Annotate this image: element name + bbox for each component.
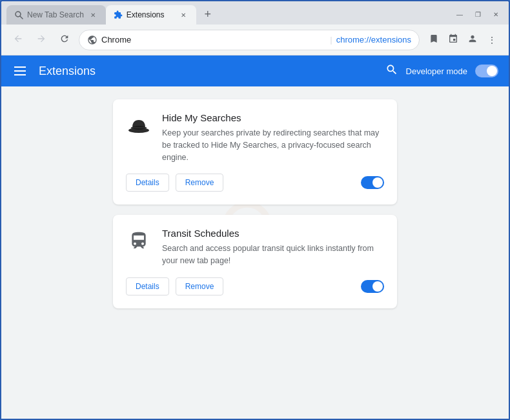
tab-2-title: Extensions [127,10,174,19]
bookmark-button[interactable] [425,31,443,49]
ext-name-1: Hide My Searches [162,112,384,123]
new-tab-button[interactable]: + [199,5,217,23]
developer-mode-toggle[interactable] [475,65,498,77]
save-icon [448,34,458,46]
reload-icon [59,34,70,46]
bookmark-icon [429,34,439,46]
extensions-header: Extensions Developer mode [1,55,509,86]
extension-card-hide-my-searches: Hide My Searches Keep your searches priv… [113,99,397,205]
hamburger-line-1 [14,66,26,68]
tab-1-close[interactable]: ✕ [88,10,98,20]
address-bar[interactable]: Chrome | chrome://extensions [79,30,420,50]
address-separator: | [330,35,332,45]
ext-icon-hide-my-searches [126,112,152,138]
ext-info-1: Hide My Searches Keep your searches priv… [162,112,384,163]
ext-card-top-1: Hide My Searches Keep your searches priv… [126,112,384,163]
ext-desc-1: Keep your searches private by redirectin… [162,127,384,163]
ext-card-bottom-2: Details Remove [126,277,384,295]
ext-toggle-2[interactable] [361,280,384,293]
ext-toggle-knob-2 [372,281,383,292]
ext-name-2: Transit Schedules [162,228,384,239]
svg-line-1 [20,16,23,19]
extensions-header-right: Developer mode [385,63,498,79]
tab-new-tab-search[interactable]: New Tab Search ✕ [6,5,106,25]
tab-extensions[interactable]: Extensions ✕ [106,5,196,25]
back-button[interactable] [9,31,27,49]
close-button[interactable]: ✕ [488,8,504,21]
maximize-icon: ❐ [475,11,481,18]
tab-2-close[interactable]: ✕ [178,10,189,20]
minimize-button[interactable]: — [452,8,467,21]
title-bar: New Tab Search ✕ Extensions ✕ + — [1,1,509,25]
window-controls: — ❐ ✕ [452,8,509,21]
toolbar-icons: ⋮ [425,31,501,49]
extension-card-transit-schedules: Transit Schedules Search and access popu… [113,215,397,308]
details-button-1[interactable]: Details [126,174,169,192]
search-tab-icon [14,10,23,19]
browser-window: New Tab Search ✕ Extensions ✕ + — [0,0,510,420]
ext-card-bottom-1: Details Remove [126,174,384,192]
extensions-title: Extensions [39,65,96,78]
toggle-knob [487,66,497,76]
hamburger-line-3 [14,74,26,75]
main-content: risk.com Hide My Searches Keep your sear… [1,86,509,419]
ext-toggle-knob-1 [372,177,383,188]
menu-button[interactable]: ⋮ [483,31,501,49]
ext-icon-transit-schedules [126,228,152,254]
new-tab-icon: + [205,8,212,21]
globe-icon [87,35,97,45]
hamburger-line-2 [14,70,26,72]
ext-toggle-1[interactable] [361,176,384,189]
ext-info-2: Transit Schedules Search and access popu… [162,228,384,267]
browser-toolbar: Chrome | chrome://extensions ⋮ [1,25,509,55]
forward-icon [36,34,46,46]
address-url: chrome://extensions [336,35,411,45]
extensions-search-icon[interactable] [385,63,398,79]
tab-1-title: New Tab Search [27,10,84,19]
account-icon [467,34,478,46]
reload-button[interactable] [56,31,74,49]
profile-button[interactable] [464,31,482,49]
tabs-area: New Tab Search ✕ Extensions ✕ + [1,5,452,25]
hamburger-menu[interactable] [12,64,28,78]
close-icon: ✕ [493,11,498,18]
forward-button[interactable] [32,31,50,49]
remove-button-1[interactable]: Remove [176,174,224,192]
back-icon [13,34,23,46]
puzzle-tab-icon [114,10,123,19]
minimize-icon: — [456,11,463,18]
save-to-drive-button[interactable] [444,31,462,49]
ext-card-top-2: Transit Schedules Search and access popu… [126,228,384,267]
maximize-button[interactable]: ❐ [470,8,485,21]
menu-dots-icon: ⋮ [487,35,496,45]
details-button-2[interactable]: Details [126,277,169,295]
remove-button-2[interactable]: Remove [176,277,224,295]
address-chrome-label: Chrome [101,35,326,45]
ext-desc-2: Search and access popular transit quick … [162,243,384,267]
developer-mode-label: Developer mode [406,66,467,76]
